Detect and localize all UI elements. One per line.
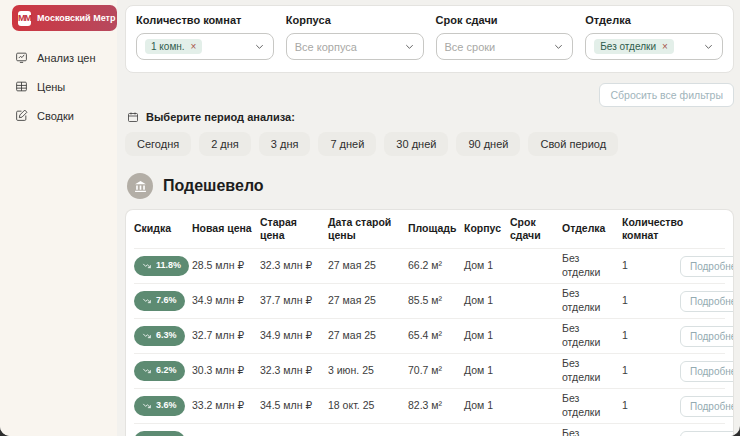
finish-select[interactable]: Без отделки × bbox=[585, 33, 723, 60]
brand-logo-text: ММ bbox=[18, 13, 31, 23]
building-cell: Дом 1 bbox=[464, 294, 510, 308]
period-label: Выберите период анализа: bbox=[146, 111, 295, 123]
period-7days-button[interactable]: 7 дней bbox=[318, 132, 376, 156]
new-price-cell: 33.2 млн ₽ bbox=[192, 399, 260, 413]
actions-cell: Подробнее bbox=[680, 396, 734, 417]
price-drop-table: Скидка Новая цена Старая цена Дата старо… bbox=[125, 209, 734, 436]
old-price-date-cell: 27 мая 25 bbox=[328, 329, 408, 343]
trend-down-icon bbox=[142, 401, 152, 411]
sidebar-item-summaries[interactable]: Сводки bbox=[0, 101, 117, 130]
actions-cell: Подробнее bbox=[680, 431, 734, 436]
area-cell: 66.2 м² bbox=[408, 259, 464, 273]
deadline-select[interactable]: Все сроки bbox=[436, 33, 574, 60]
filter-group-buildings: Корпуса Все корпуса bbox=[286, 14, 424, 60]
table-body: 11.8% 28.5 млн ₽ 32.3 млн ₽ 27 мая 25 66… bbox=[134, 248, 725, 436]
discount-cell: 7.6% bbox=[134, 291, 192, 311]
period-2days-button[interactable]: 2 дня bbox=[199, 132, 251, 156]
details-button[interactable]: Подробнее bbox=[680, 326, 734, 347]
table-header-row: Скидка Новая цена Старая цена Дата старо… bbox=[134, 210, 725, 248]
finish-cell: Без отделки bbox=[562, 357, 622, 384]
period-today-button[interactable]: Сегодня bbox=[125, 132, 191, 156]
old-price-date-cell: 27 мая 25 bbox=[328, 294, 408, 308]
old-price-cell: 34.5 млн ₽ bbox=[260, 399, 328, 413]
discount-badge: 6.3% bbox=[134, 326, 185, 346]
chevron-down-icon bbox=[553, 41, 564, 52]
actions-cell: Подробнее bbox=[680, 291, 734, 312]
building-cell: Дом 1 bbox=[464, 259, 510, 273]
trend-down-icon bbox=[142, 296, 152, 306]
rooms-select[interactable]: 1 комн. × bbox=[136, 33, 274, 60]
sidebar: ММ Московский Метр Анализ цен Цены Сводк… bbox=[0, 0, 117, 436]
actions-cell: Подробнее bbox=[680, 326, 734, 347]
rooms-cell: 1 bbox=[622, 399, 680, 413]
old-price-date-cell: 3 июн. 25 bbox=[328, 364, 408, 378]
rooms-cell: 1 bbox=[622, 259, 680, 273]
filter-label: Срок сдачи bbox=[436, 14, 574, 26]
chevron-down-icon bbox=[404, 41, 415, 52]
sidebar-item-price-analysis[interactable]: Анализ цен bbox=[0, 43, 117, 72]
new-price-cell: 34.9 млн ₽ bbox=[192, 294, 260, 308]
sidebar-item-prices[interactable]: Цены bbox=[0, 72, 117, 101]
filter-group-deadline: Срок сдачи Все сроки bbox=[436, 14, 574, 60]
selected-tag: 1 комн. × bbox=[145, 39, 202, 54]
brand-header[interactable]: ММ Московский Метр bbox=[12, 5, 117, 31]
discount-cell: 1.2% bbox=[134, 431, 192, 436]
selected-tag-label: 1 комн. bbox=[151, 41, 185, 52]
new-price-cell: 32.7 млн ₽ bbox=[192, 329, 260, 343]
rooms-cell: 1 bbox=[622, 364, 680, 378]
main-content: Количество комнат 1 комн. × Корпуса Все … bbox=[117, 0, 740, 436]
period-custom-button[interactable]: Свой период bbox=[528, 132, 618, 156]
table-row: 6.2% 30.3 млн ₽ 32.3 млн ₽ 3 июн. 25 70.… bbox=[134, 353, 725, 388]
filter-group-finish: Отделка Без отделки × bbox=[585, 14, 723, 60]
reset-filters-button[interactable]: Сбросить все фильтры bbox=[599, 83, 734, 107]
period-buttons: Сегодня 2 дня 3 дня 7 дней 30 дней 90 дн… bbox=[125, 132, 734, 156]
building-cell: Дом 1 bbox=[464, 364, 510, 378]
period-label-row: Выберите период анализа: bbox=[125, 111, 734, 123]
brand-logo: ММ bbox=[18, 11, 31, 26]
old-price-date-cell: 18 окт. 25 bbox=[328, 399, 408, 413]
discount-value: 3.6% bbox=[156, 400, 177, 412]
sidebar-nav: Анализ цен Цены Сводки bbox=[0, 43, 117, 130]
chevron-down-icon bbox=[254, 41, 265, 52]
select-placeholder: Все корпуса bbox=[295, 41, 357, 53]
finish-cell: Без отделки bbox=[562, 322, 622, 349]
filter-label: Корпуса bbox=[286, 14, 424, 26]
chevron-down-icon bbox=[703, 41, 714, 52]
col-building: Корпус bbox=[464, 222, 510, 235]
discount-badge: 11.8% bbox=[134, 256, 189, 276]
col-rooms: Количество комнат bbox=[622, 216, 680, 242]
selected-tag-label: Без отделки bbox=[600, 41, 656, 52]
details-button[interactable]: Подробнее bbox=[680, 431, 734, 436]
finish-cell: Без отделки bbox=[562, 252, 622, 279]
building-icon bbox=[127, 173, 153, 199]
details-button[interactable]: Подробнее bbox=[680, 361, 734, 382]
buildings-select[interactable]: Все корпуса bbox=[286, 33, 424, 60]
discount-cell: 11.8% bbox=[134, 256, 192, 276]
discount-badge: 1.2% bbox=[134, 431, 185, 436]
remove-tag-icon[interactable]: × bbox=[191, 41, 197, 52]
col-old-price-date: Дата старой цены bbox=[328, 216, 408, 242]
remove-tag-icon[interactable]: × bbox=[662, 41, 668, 52]
area-cell: 65.4 м² bbox=[408, 329, 464, 343]
period-3days-button[interactable]: 3 дня bbox=[259, 132, 311, 156]
details-button[interactable]: Подробнее bbox=[680, 291, 734, 312]
building-cell: Дом 1 bbox=[464, 399, 510, 413]
filters-panel: Количество комнат 1 комн. × Корпуса Все … bbox=[125, 5, 734, 73]
discount-cell: 3.6% bbox=[134, 396, 192, 416]
trend-down-icon bbox=[142, 366, 152, 376]
trend-down-icon bbox=[142, 331, 152, 341]
period-30days-button[interactable]: 30 дней bbox=[384, 132, 448, 156]
area-cell: 82.3 м² bbox=[408, 399, 464, 413]
col-finish: Отделка bbox=[562, 222, 622, 235]
period-90days-button[interactable]: 90 дней bbox=[456, 132, 520, 156]
edit-icon bbox=[15, 109, 28, 122]
details-button[interactable]: Подробнее bbox=[680, 396, 734, 417]
section-title: Подешевело bbox=[163, 177, 264, 195]
details-button[interactable]: Подробнее bbox=[680, 256, 734, 277]
discount-badge: 6.2% bbox=[134, 361, 185, 381]
table-row: 3.6% 33.2 млн ₽ 34.5 млн ₽ 18 окт. 25 82… bbox=[134, 388, 725, 423]
select-placeholder: Все сроки bbox=[445, 41, 496, 53]
new-price-cell: 28.5 млн ₽ bbox=[192, 259, 260, 273]
sidebar-item-label: Цены bbox=[37, 81, 65, 93]
discount-badge: 7.6% bbox=[134, 291, 185, 311]
